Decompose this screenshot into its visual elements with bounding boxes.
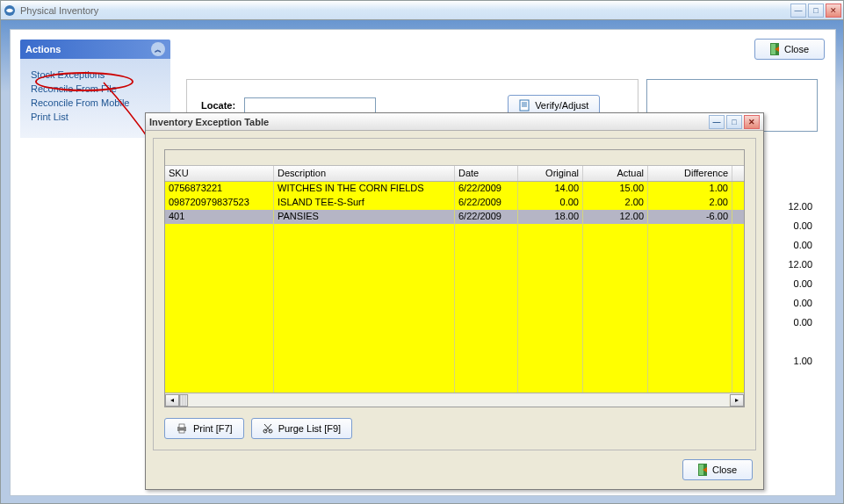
- col-description[interactable]: Description: [274, 166, 455, 181]
- door-icon: [698, 464, 707, 476]
- grid-header: SKU Description Date Original Actual Dif…: [165, 166, 744, 182]
- scroll-left-button[interactable]: ◂: [165, 394, 179, 407]
- close-button-label: Close: [784, 44, 809, 54]
- col-original[interactable]: Original: [518, 166, 583, 181]
- table-row[interactable]: 0756873221WITCHES IN THE CORN FIELDS6/22…: [165, 182, 744, 196]
- dialog-minimize-button[interactable]: —: [709, 115, 725, 129]
- sidebar-item-stock-exceptions[interactable]: Stock Exceptions: [31, 69, 162, 80]
- svg-line-13: [264, 424, 271, 431]
- locate-label: Locate:: [201, 100, 235, 111]
- cell: 18.00: [518, 210, 583, 224]
- sidebar-item-reconcile-file[interactable]: Reconcile From File: [31, 83, 162, 94]
- window-title: Physical Inventory: [20, 5, 790, 16]
- cell: 2.00: [648, 196, 732, 210]
- window-titlebar: Physical Inventory — □ ✕: [1, 1, 843, 20]
- close-button[interactable]: Close: [754, 39, 825, 60]
- svg-rect-9: [179, 430, 184, 433]
- cell: 6/22/2009: [455, 182, 518, 196]
- maximize-button[interactable]: □: [808, 4, 824, 18]
- sidebar-item-reconcile-mobile[interactable]: Reconcile From Mobile: [31, 97, 162, 108]
- locate-input[interactable]: [244, 97, 376, 113]
- grid-group-row: [165, 150, 744, 166]
- collapse-icon[interactable]: ︽: [151, 42, 165, 56]
- cell: 14.00: [518, 182, 583, 196]
- exception-grid: SKU Description Date Original Actual Dif…: [164, 149, 745, 407]
- table-row[interactable]: 401PANSIES6/22/200918.0012.00-6.00: [165, 210, 744, 224]
- sidebar-item-print-list[interactable]: Print List: [31, 112, 162, 122]
- scroll-thumb[interactable]: [179, 394, 188, 407]
- dialog-close-button[interactable]: Close: [682, 459, 753, 480]
- cell: 401: [165, 210, 274, 224]
- grid-body[interactable]: 0756873221WITCHES IN THE CORN FIELDS6/22…: [165, 182, 744, 392]
- document-icon: [519, 99, 530, 112]
- print-button[interactable]: Print [F7]: [164, 418, 244, 439]
- dialog-titlebar: Inventory Exception Table — □ ✕: [146, 113, 763, 131]
- cell: 12.00: [583, 210, 648, 224]
- table-row[interactable]: 098720979837523ISLAND TEE-S-Surf6/22/200…: [165, 196, 744, 210]
- inventory-exception-dialog: Inventory Exception Table — □ ✕ SKU Desc…: [145, 112, 764, 490]
- svg-rect-8: [179, 424, 184, 428]
- print-label: Print [F7]: [193, 423, 233, 434]
- scroll-right-button[interactable]: ▸: [730, 394, 744, 407]
- cell: ISLAND TEE-S-Surf: [274, 196, 455, 210]
- horizontal-scrollbar[interactable]: ◂ ▸: [165, 392, 744, 407]
- scroll-track[interactable]: [189, 394, 729, 407]
- cell: 1.00: [648, 182, 732, 196]
- svg-rect-3: [520, 100, 529, 111]
- cell: -6.00: [648, 210, 732, 224]
- svg-line-12: [265, 424, 271, 431]
- col-actual[interactable]: Actual: [583, 166, 648, 181]
- cell: 098720979837523: [165, 196, 274, 210]
- dialog-x-button[interactable]: ✕: [744, 115, 760, 129]
- purge-label: Purge List [F9]: [278, 423, 342, 434]
- cell: 2.00: [583, 196, 648, 210]
- cell: PANSIES: [274, 210, 455, 224]
- dialog-maximize-button[interactable]: □: [726, 115, 742, 129]
- cell: 6/22/2009: [455, 196, 518, 210]
- minimize-button[interactable]: —: [790, 4, 806, 18]
- dialog-close-label: Close: [712, 464, 737, 475]
- app-icon: [3, 4, 17, 18]
- dialog-body: SKU Description Date Original Actual Dif…: [153, 138, 756, 450]
- cell: 6/22/2009: [455, 210, 518, 224]
- cell: 15.00: [583, 182, 648, 196]
- cell: WITCHES IN THE CORN FIELDS: [274, 182, 455, 196]
- cell: 0.00: [518, 196, 583, 210]
- col-difference[interactable]: Difference: [648, 166, 732, 181]
- scissors-icon: [263, 423, 273, 434]
- sidebar-title: Actions: [25, 44, 151, 54]
- sidebar-header[interactable]: Actions ︽: [20, 40, 170, 59]
- window-close-button[interactable]: ✕: [826, 4, 841, 18]
- col-date[interactable]: Date: [455, 166, 518, 181]
- dialog-title: Inventory Exception Table: [149, 117, 709, 127]
- door-icon: [770, 43, 779, 55]
- printer-icon: [176, 423, 188, 434]
- purge-list-button[interactable]: Purge List [F9]: [251, 418, 353, 439]
- col-sku[interactable]: SKU: [165, 166, 274, 181]
- verify-adjust-label: Verify/Adjust: [535, 100, 588, 111]
- cell: 0756873221: [165, 182, 274, 196]
